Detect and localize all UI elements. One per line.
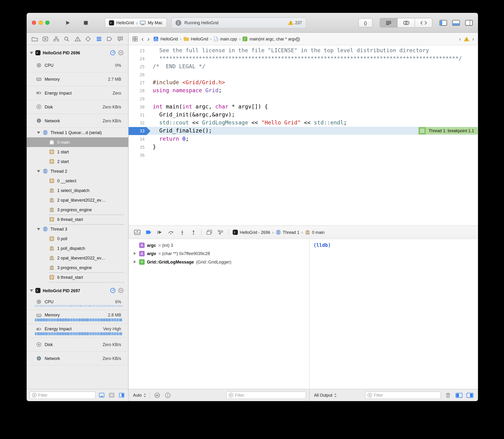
stat-row-energy-impact[interactable]: Energy ImpactVery High <box>27 324 128 338</box>
current-line-breakpoint-marker[interactable]: 33 <box>129 127 151 135</box>
issue-warning-icon[interactable] <box>464 37 469 41</box>
variable-row[interactable]: Aargc = (int) 3 <box>129 241 309 249</box>
stack-frame-row[interactable]: 6 thread_start <box>27 215 128 224</box>
stack-frame-row[interactable]: 3 progress_engine <box>27 263 128 272</box>
disclosure-triangle-icon[interactable] <box>30 289 33 292</box>
breadcrumb-item[interactable]: HelloGrid - 2696 <box>233 230 270 235</box>
code-line[interactable]: 24 *************************************… <box>129 54 478 62</box>
go-forward-button[interactable] <box>147 36 150 42</box>
code-line[interactable]: 28using namespace Grid; <box>129 86 478 95</box>
line-number[interactable]: 35 <box>129 143 149 151</box>
stat-row-memory[interactable]: Memory2.7 MB <box>27 73 128 86</box>
step-over-button[interactable] <box>167 229 175 236</box>
process-row[interactable]: HelloGrid PID 2696 <box>27 47 128 59</box>
version-editor-button[interactable] <box>415 18 432 27</box>
breadcrumb-item[interactable]: 0 main <box>305 230 324 235</box>
report-navigator-button[interactable] <box>116 35 124 43</box>
code-line[interactable]: 36 <box>129 151 478 159</box>
step-into-button[interactable] <box>179 229 186 236</box>
next-issue-button[interactable] <box>472 36 474 42</box>
symbol-navigator-button[interactable] <box>52 35 60 43</box>
show-running-threads-button[interactable] <box>108 391 116 399</box>
disclosure-triangle-icon[interactable] <box>132 260 137 264</box>
stack-frame-row[interactable]: 0 __select <box>27 176 128 186</box>
find-navigator-button[interactable] <box>63 35 71 43</box>
source-control-navigator-button[interactable] <box>42 35 49 43</box>
line-number[interactable]: 34 <box>129 135 149 143</box>
stack-frame-row[interactable]: 0 main <box>27 137 128 147</box>
console-output-selector[interactable]: All Output <box>314 393 337 398</box>
continue-button[interactable] <box>156 229 163 236</box>
variables-view[interactable]: Aargc = (int) 3Aargv = (char **) 0x7ffee… <box>129 239 310 389</box>
stat-row-energy-impact[interactable]: Energy ImpactZero <box>27 86 128 100</box>
breadcrumb-item[interactable]: Thread 1 <box>276 230 299 235</box>
disclosure-triangle-icon[interactable] <box>30 51 33 54</box>
quicklook-button[interactable] <box>153 392 161 399</box>
hide-debug-area-button[interactable] <box>134 229 141 236</box>
pause-process-button[interactable] <box>118 50 124 56</box>
line-number[interactable]: 27 <box>129 79 149 87</box>
stack-frame-row[interactable]: 1 start <box>27 147 128 157</box>
code-line[interactable]: 30int main(int argc, char * argv[]) { <box>129 103 478 110</box>
run-button[interactable] <box>62 18 73 27</box>
toggle-navigator-button[interactable] <box>439 20 447 26</box>
stat-row-cpu[interactable]: CPU6% <box>27 296 128 310</box>
stack-frame-row[interactable]: 2 start <box>27 157 128 166</box>
navigator-filter-field[interactable]: Filter <box>30 391 95 399</box>
code-line[interactable]: 35} <box>129 143 478 151</box>
stat-row-disk[interactable]: DiskZero KB/s <box>27 100 128 114</box>
process-row[interactable]: HelloGrid PID 2697 <box>27 285 128 296</box>
disclosure-triangle-icon[interactable] <box>132 252 137 255</box>
stat-row-network[interactable]: NetworkZero KB/s <box>27 114 128 128</box>
console-filter-field[interactable]: Filter <box>365 391 441 399</box>
zoom-window-button[interactable] <box>45 21 50 25</box>
go-back-button[interactable] <box>141 36 144 42</box>
breakpoints-toggle-button[interactable] <box>145 229 152 236</box>
stat-row-network[interactable]: NetworkZero KB/s <box>27 352 128 366</box>
scheme-selector[interactable]: HelloGrid My Mac <box>105 18 167 27</box>
console-output[interactable]: (lldb) <box>310 239 478 389</box>
standard-editor-button[interactable] <box>380 18 397 27</box>
line-number[interactable]: 25 <box>129 63 149 71</box>
variable-row[interactable]: VGrid::GridLogMessage (Grid::GridLogger) <box>129 258 309 266</box>
line-number[interactable]: 28 <box>129 87 149 95</box>
line-number[interactable]: 24 <box>129 55 149 62</box>
project-navigator-button[interactable] <box>31 35 38 43</box>
variable-row[interactable]: Aargv = (char **) 0x7ffee9039c28 <box>129 249 309 258</box>
code-line[interactable]: 27#include <Grid/Grid.h> <box>129 79 478 86</box>
code-line[interactable]: 29 <box>129 95 478 103</box>
print-description-button[interactable] <box>164 392 171 399</box>
line-number[interactable]: 31 <box>129 111 149 119</box>
variables-filter-field[interactable]: Filter <box>226 391 306 399</box>
stack-frame-row[interactable]: 6 thread_start <box>27 272 128 282</box>
code-line[interactable]: 23 See the full license in the file "LIC… <box>129 46 478 54</box>
toggle-inspector-button[interactable] <box>465 20 473 26</box>
line-number[interactable]: 26 <box>129 71 149 79</box>
assistant-editor-button[interactable] <box>397 18 415 27</box>
line-number[interactable]: 32 <box>129 119 149 127</box>
show-frames-with-source-button[interactable] <box>98 391 105 399</box>
line-number[interactable]: 30 <box>129 103 149 111</box>
code-line[interactable]: 31 Grid_init(&argc,&argv); <box>129 110 478 119</box>
stat-row-memory[interactable]: Memory2.8 MB <box>27 310 128 324</box>
stack-frame-row[interactable]: 3 progress_engine <box>27 205 128 215</box>
toggle-console-view-button[interactable] <box>466 392 473 399</box>
stack-frame-row[interactable]: 2 opal_libevent2022_ev… <box>27 253 128 263</box>
view-process-by-queue-button[interactable] <box>117 391 125 399</box>
issue-navigator-button[interactable] <box>74 35 81 43</box>
related-items-button[interactable] <box>132 37 138 42</box>
breadcrumb-item[interactable]: c++main.cpp <box>214 37 237 42</box>
stack-frame-row[interactable]: 1 select_dispatch <box>27 186 128 195</box>
close-window-button[interactable] <box>32 21 36 25</box>
breakpoint-annotation[interactable]: Thread 1: breakpoint 1.1 <box>419 127 478 134</box>
line-number[interactable]: 23 <box>129 47 149 55</box>
code-line[interactable]: 32 std::cout << GridLogMessage << "Hello… <box>129 119 478 127</box>
cpu-gauge-button[interactable] <box>110 50 116 56</box>
step-out-button[interactable] <box>190 229 197 236</box>
toggle-debug-area-button[interactable] <box>452 20 460 26</box>
toggle-variables-view-button[interactable] <box>456 392 463 399</box>
view-ui-hierarchy-button[interactable] <box>206 229 213 236</box>
tasks-count-badge[interactable]: 2 <box>175 20 181 26</box>
test-navigator-button[interactable] <box>84 35 92 43</box>
disclosure-triangle-icon[interactable] <box>37 228 40 230</box>
